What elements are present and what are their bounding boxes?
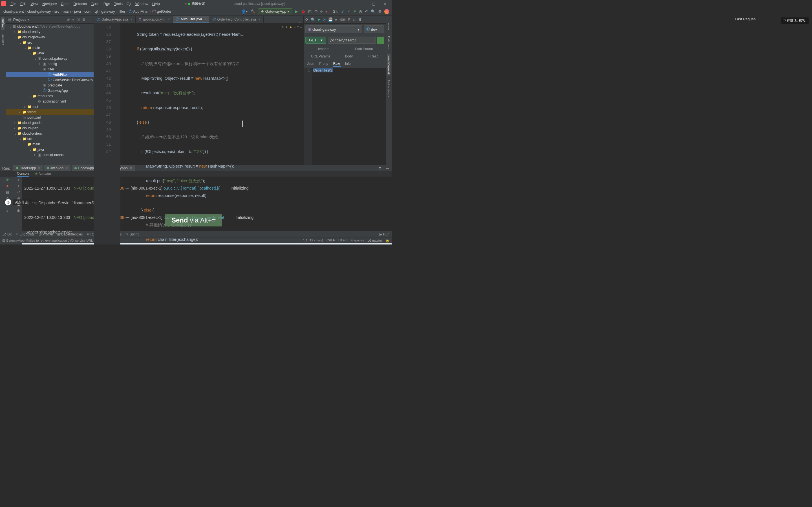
tree-item[interactable]: ›📁cloud-entity (6, 29, 94, 34)
run-settings-icon[interactable]: ⚙ (378, 166, 382, 170)
tab-info[interactable]: Info (345, 61, 351, 67)
menu-run[interactable]: Run (101, 2, 112, 6)
menu-refactor[interactable]: Refactor (71, 2, 89, 6)
git-push-icon[interactable]: ↗ (353, 9, 356, 13)
tree-item[interactable]: ⒸGatewayApp (6, 88, 94, 93)
menu-build[interactable]: Build (89, 2, 101, 6)
editor-tab[interactable]: ⚙application.yml× (136, 16, 173, 23)
tab-pretty[interactable]: Pretty (319, 61, 328, 67)
tab-urlparams[interactable]: URL Params (310, 54, 331, 59)
search-icon[interactable]: 🔍 (371, 9, 375, 13)
tab-json[interactable]: Json (306, 61, 315, 67)
attach-icon[interactable]: ⎋ (320, 9, 322, 13)
emoji-button[interactable]: ☺ (5, 199, 11, 205)
project-select[interactable]: ▣cloud-gateway▾ (305, 25, 362, 33)
close-button[interactable]: ✕ (379, 2, 391, 6)
save-icon[interactable]: 💾 (328, 17, 333, 22)
tool-profiler[interactable]: ◷ Profiler (39, 232, 53, 236)
tool-fastrequest[interactable]: Fast Request (387, 54, 391, 75)
menu-git[interactable]: Git (124, 2, 133, 6)
git-update-icon[interactable]: ↙ (341, 9, 344, 13)
tool-run[interactable]: ▶ Run (379, 232, 389, 236)
tool-endpoints[interactable]: ✳ Endpoints (15, 232, 35, 236)
crumb[interactable]: java (73, 9, 82, 13)
copy-icon[interactable]: ⎘ (348, 17, 350, 22)
tab-body[interactable]: Body (345, 54, 353, 59)
send-icon[interactable]: ➤ (317, 17, 320, 22)
tree-item[interactable]: ›▣com.qf.orders (6, 152, 94, 158)
avatar-icon[interactable] (384, 9, 389, 14)
line-sep[interactable]: CRLF (326, 238, 335, 242)
run-tab-jifen[interactable]: JifenApp× (44, 165, 71, 171)
minimize-button[interactable]: — (357, 2, 368, 6)
lock-icon[interactable]: 🔒 (386, 238, 389, 242)
tree-item[interactable]: ⌄📁resources (6, 93, 94, 99)
settings-icon[interactable]: ⚙ (378, 9, 382, 13)
tree-item[interactable]: ⌄▣com.qf.gateway (6, 56, 94, 61)
more-icon[interactable]: » (5, 209, 10, 214)
tree-item[interactable]: ⒸAuthFilter (6, 72, 94, 77)
tree-item[interactable]: ›📁test (6, 104, 94, 109)
run-tab-orders[interactable]: OrdersApp× (13, 165, 43, 171)
refresh-icon[interactable]: ⟳ (305, 17, 308, 22)
tree-item[interactable]: ›📁cloud-jifen (6, 125, 94, 131)
tab-raw[interactable]: Raw (333, 61, 341, 67)
editor-tab[interactable]: ⒸAuthFilter.java× (173, 16, 209, 23)
response-body[interactable]: 1 Order Test3! (304, 68, 386, 165)
coverage-icon[interactable]: ◱ (308, 9, 312, 13)
tree-item[interactable]: ⌄📁main (6, 142, 94, 147)
caret-pos[interactable]: 1:1 (12 chars) (303, 238, 323, 242)
tab-response[interactable]: > Resp (367, 54, 378, 59)
tab-headers[interactable]: Headers (316, 47, 330, 52)
editor-tab[interactable]: ⒸGatewayApp.java× (94, 16, 136, 23)
menu-navigate[interactable]: Navigate (40, 2, 59, 6)
tool-database[interactable]: Database (387, 34, 391, 51)
url-input[interactable]: /order/test3 (328, 37, 375, 44)
crumb[interactable]: src (53, 9, 60, 13)
indent[interactable]: 4 spaces (351, 238, 364, 242)
menu-help[interactable]: Help (150, 2, 162, 6)
up-icon[interactable]: ↑ (16, 178, 21, 183)
subtab-console[interactable]: Console (17, 171, 29, 177)
trash-icon[interactable]: 🗑 (358, 17, 362, 22)
stop-icon[interactable]: ■ (325, 9, 327, 13)
rerun-icon[interactable]: ⟳ (5, 178, 10, 183)
tool-dependencies[interactable]: ⊞ Dependencies (57, 232, 83, 236)
clear-icon[interactable]: 🗑 (16, 209, 21, 214)
hammer-icon[interactable]: 🔨 (251, 9, 255, 13)
tree-item[interactable]: ⒸCalcServiceTimeGateway (6, 77, 94, 82)
inspection-widget[interactable]: ⚠1 ▲1 ^ ⌄ (282, 25, 302, 29)
menu-tools[interactable]: Tools (112, 2, 124, 6)
subtab-actuator[interactable]: ✳ Actuator (35, 171, 51, 176)
collapse-icon[interactable]: ≡ (72, 17, 74, 22)
add-config-icon[interactable]: 👤▾ (241, 9, 248, 13)
env-select[interactable]: Ⓔdev (364, 25, 384, 33)
tool-commit[interactable]: Commit (1, 33, 4, 47)
git-history-icon[interactable]: ◷ (359, 9, 362, 13)
stop-icon[interactable]: ■ (5, 184, 10, 189)
tree-item[interactable]: ›▣predicate (6, 82, 94, 88)
curl-icon[interactable]: curl (340, 18, 346, 21)
tab-pathparam[interactable]: Path Param (354, 47, 373, 52)
meeting-input[interactable]: 说点什么... ‹ › (13, 200, 37, 205)
search-icon[interactable]: 🔍 (311, 17, 315, 22)
tool-git[interactable]: ⎇ Git (2, 232, 11, 236)
crumb[interactable]: gateway (100, 9, 116, 13)
code-editor[interactable]: ⚠1 ▲1 ^ ⌄ 353637383940414243444546474849… (94, 23, 303, 244)
tree-item[interactable]: ⌄▦cloud-parent C:\Users\zed\Desktop\clou… (6, 24, 94, 29)
tree-item[interactable]: ⌄📁main (6, 45, 94, 50)
list-icon[interactable]: ≡ (335, 17, 337, 22)
tool-notifications[interactable]: Notifications (387, 78, 391, 99)
crumb-method[interactable]: ⓜ getOrder (151, 9, 172, 14)
crumb[interactable]: cloud-parent (2, 9, 25, 13)
crumb[interactable]: qf (94, 9, 99, 13)
scope-icon[interactable]: ⊕ (67, 17, 70, 22)
tree-item[interactable]: ⌄📁java (6, 50, 94, 56)
wrap-icon[interactable]: ↩ (16, 190, 21, 195)
profile-icon[interactable]: ◷ (314, 9, 317, 13)
git-rollback-icon[interactable]: ↶ (365, 9, 368, 13)
maximize-button[interactable]: ▢ (368, 2, 379, 6)
git-commit-icon[interactable]: ✓ (347, 9, 350, 13)
menu-window[interactable]: Window (133, 2, 150, 6)
crumb[interactable]: cloud-gateway (26, 9, 52, 13)
